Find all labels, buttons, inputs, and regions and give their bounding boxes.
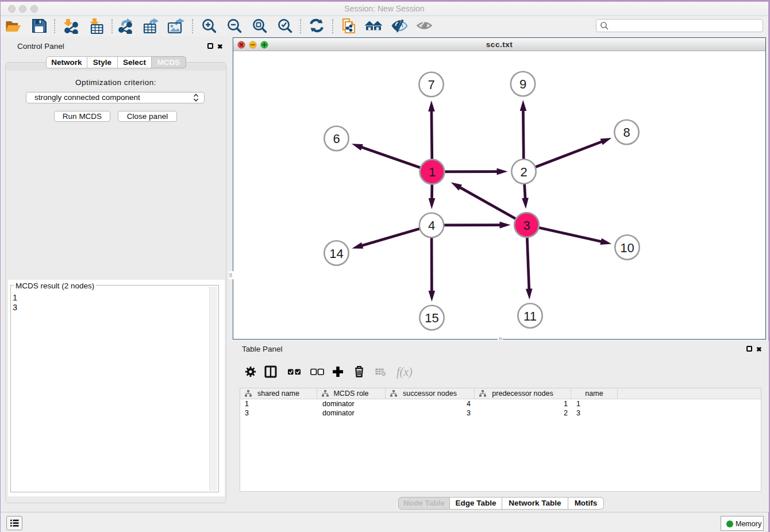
svg-text:4: 4 [428,218,435,233]
svg-text:14: 14 [329,246,343,261]
svg-text:8: 8 [623,125,630,140]
svg-text:10: 10 [620,241,634,255]
svg-text:6: 6 [333,132,340,146]
svg-text:7: 7 [428,78,434,92]
svg-text:f(x): f(x) [396,365,413,379]
svg-text:1: 1 [429,165,436,179]
svg-text:15: 15 [425,311,438,325]
svg-text:2: 2 [520,165,527,179]
svg-text:9: 9 [519,77,526,91]
svg-text:11: 11 [523,309,537,323]
svg-text:3: 3 [523,218,530,233]
